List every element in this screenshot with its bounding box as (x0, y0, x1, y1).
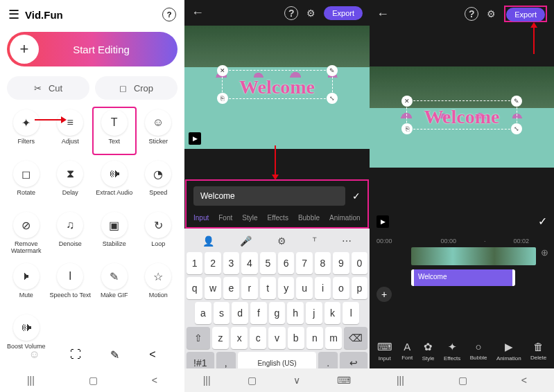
editor-tool-bubble[interactable]: ○Bubble (470, 341, 487, 362)
menu-icon[interactable]: ☰ (8, 7, 19, 22)
nav-recents[interactable]: ||| (27, 375, 35, 386)
editor-tool-style[interactable]: ✿Style (422, 341, 435, 362)
handle-delete[interactable]: ✕ (401, 96, 413, 107)
key-z[interactable]: z (212, 327, 229, 349)
key-g[interactable]: g (269, 302, 286, 324)
key-backspace[interactable]: ⌫ (344, 327, 367, 349)
back-icon[interactable]: ← (376, 7, 389, 21)
key-o[interactable]: o (333, 277, 349, 299)
tab-effects[interactable]: Effects (268, 214, 288, 222)
key-n[interactable]: n (306, 327, 323, 349)
text-selection-box[interactable]: ✕ ✎ ⎘ ⤡ (222, 70, 333, 99)
handle-resize[interactable]: ⤡ (511, 123, 522, 134)
key-y[interactable]: y (278, 277, 294, 299)
crop-button[interactable]: ◻Crop (95, 76, 178, 100)
help-icon[interactable]: ? (162, 8, 176, 21)
key-8[interactable]: 8 (315, 252, 331, 274)
key-s[interactable]: s (214, 302, 230, 324)
key-x[interactable]: x (231, 327, 248, 349)
key-e[interactable]: e (223, 277, 239, 299)
kb-emoji-icon[interactable]: 👤 (202, 235, 214, 247)
key-7[interactable]: 7 (296, 252, 312, 274)
magic-icon[interactable]: ✎ (110, 348, 119, 362)
timeline[interactable]: 00:00 00:00·00:02 Welcome (370, 233, 554, 286)
handle-copy[interactable]: ⎘ (217, 93, 228, 104)
confirm-icon[interactable]: ✓ (352, 190, 361, 202)
editor-tool-effects[interactable]: ✦Effects (444, 341, 460, 362)
nav-back[interactable]: ∨ (293, 375, 300, 386)
nav-keyboard[interactable]: ⌨ (337, 375, 351, 386)
key-u[interactable]: u (296, 277, 312, 299)
zoom-icon[interactable]: ⊕ (541, 247, 548, 258)
nav-back[interactable]: < (152, 375, 157, 386)
key-6[interactable]: 6 (278, 252, 294, 274)
handle-delete[interactable]: ✕ (217, 65, 228, 76)
key-0[interactable]: 0 (352, 252, 367, 274)
tool-stabilize[interactable]: ▣Stabilize (92, 209, 137, 258)
editor-tool-animation[interactable]: ▶Animation (496, 341, 521, 362)
key-b[interactable]: b (288, 327, 304, 349)
key-v[interactable]: v (268, 327, 285, 349)
key-f[interactable]: f (250, 302, 267, 324)
tab-style[interactable]: Style (242, 214, 257, 222)
help-icon[interactable]: ? (465, 7, 478, 21)
key-m[interactable]: m (325, 327, 342, 349)
kb-more-icon[interactable]: ⋯ (342, 235, 352, 247)
tool-denoise[interactable]: ♫Denoise (49, 209, 93, 258)
key-h[interactable]: h (287, 302, 304, 324)
tool-remove-watermark[interactable]: ⊘Remove Watermark (4, 209, 49, 258)
tab-bubble[interactable]: Bubble (298, 214, 320, 222)
nav-recents[interactable]: ||| (203, 375, 211, 386)
text-input[interactable] (193, 186, 345, 206)
key-t[interactable]: t (260, 277, 276, 299)
tool-filters[interactable]: ✦Filters (4, 107, 49, 155)
tool-loop[interactable]: ↻Loop (137, 209, 181, 258)
share-icon[interactable]: < (149, 348, 155, 361)
key-p[interactable]: p (352, 277, 367, 299)
key-c[interactable]: c (250, 327, 266, 349)
key-9[interactable]: 9 (333, 252, 349, 274)
key-3[interactable]: 3 (223, 252, 239, 274)
settings-icon[interactable]: ⚙ (487, 8, 496, 19)
tool-extract-audio[interactable]: 🕪Extract Audio (92, 158, 137, 206)
nav-home[interactable]: ▢ (248, 375, 257, 386)
settings-icon[interactable]: ⚙ (306, 8, 315, 19)
export-button[interactable]: Export (324, 6, 363, 20)
emoji-picker-icon[interactable]: ☺ (28, 348, 40, 361)
handle-copy[interactable]: ⎘ (401, 123, 413, 134)
key-a[interactable]: a (195, 302, 211, 324)
nav-home[interactable]: ▢ (458, 375, 467, 386)
tool-mute[interactable]: 🕨Mute (4, 260, 49, 309)
key-l[interactable]: l (343, 302, 359, 324)
cut-button[interactable]: ✂Cut (7, 76, 89, 100)
tool-make-gif[interactable]: ✎Make GIF (92, 260, 137, 309)
add-track-button[interactable]: + (376, 287, 392, 302)
video-preview[interactable]: Welcome ✕ ✎ ⎘ ⤡ (370, 66, 554, 168)
tool-adjust[interactable]: ≡Adjust (49, 107, 93, 155)
scan-icon[interactable]: ⛶ (70, 348, 81, 361)
tab-animation[interactable]: Animation (329, 214, 360, 222)
help-icon[interactable]: ? (284, 6, 298, 20)
key-shift[interactable]: ⇧ (187, 327, 210, 349)
editor-tool-input[interactable]: ⌨Input (377, 341, 392, 362)
key-4[interactable]: 4 (241, 252, 257, 274)
tab-font[interactable]: Font (218, 214, 232, 222)
key-5[interactable]: 5 (260, 252, 276, 274)
key-d[interactable]: d (232, 302, 248, 324)
tool-sticker[interactable]: ☺Sticker (137, 107, 181, 155)
handle-edit[interactable]: ✎ (511, 96, 522, 107)
play-button[interactable]: ▶ (376, 215, 389, 228)
key-w[interactable]: w (205, 277, 220, 299)
key-k[interactable]: k (324, 302, 341, 324)
key-q[interactable]: q (187, 277, 202, 299)
kb-mic-icon[interactable]: 🎤 (240, 235, 252, 247)
key-j[interactable]: j (306, 302, 322, 324)
nav-home[interactable]: ▢ (89, 375, 98, 386)
key-1[interactable]: 1 (187, 252, 202, 274)
tool-speech-to-text[interactable]: ISpeech to Text (49, 260, 93, 309)
tool-speed[interactable]: ◔Speed (137, 158, 181, 206)
key-r[interactable]: r (241, 277, 257, 299)
editor-tool-font[interactable]: AFont (401, 341, 413, 362)
tool-text[interactable]: TText (92, 107, 137, 155)
nav-recents[interactable]: ||| (397, 375, 404, 386)
